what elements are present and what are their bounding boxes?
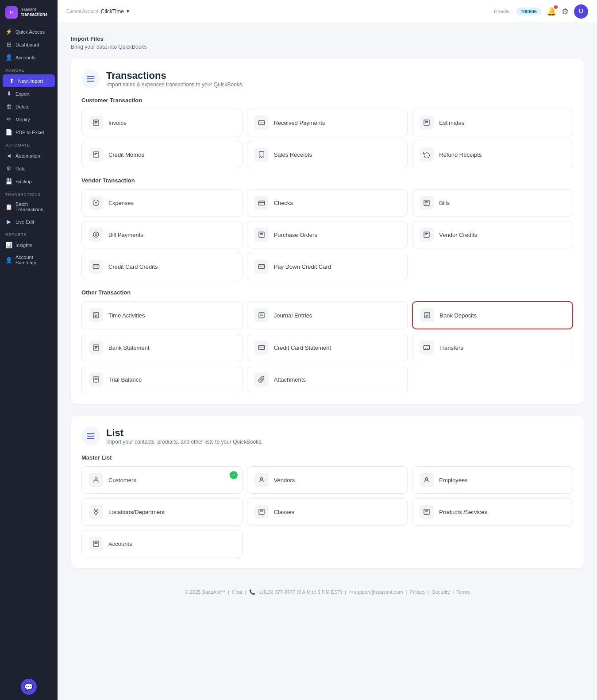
sidebar-item-account-summary[interactable]: 👤 Account Summary — [0, 251, 58, 268]
notification-dot — [554, 5, 558, 9]
products-services-icon — [420, 505, 434, 519]
chat-icon: 💬 — [24, 683, 33, 691]
account-name[interactable]: ClickTime ▼ — [101, 8, 130, 15]
card-invoice[interactable]: Invoice — [81, 109, 243, 136]
vendor-credits-icon — [420, 228, 434, 242]
trial-balance-icon — [89, 372, 103, 387]
backup-icon: 💾 — [5, 178, 12, 185]
card-credit-card-credits[interactable]: Credit Card Credits — [81, 253, 243, 280]
svg-rect-53 — [424, 345, 430, 349]
svg-rect-7 — [258, 120, 264, 124]
sidebar-item-quick-access[interactable]: ⚡ Quick Access — [0, 25, 58, 38]
notification-bell[interactable]: 🔔 — [547, 7, 556, 16]
card-customers[interactable]: Customers ✓ — [81, 466, 243, 494]
sidebar-item-rule[interactable]: ⚙ Rule — [0, 162, 58, 175]
invoice-icon — [89, 116, 103, 130]
customer-transaction-grid: Invoice Received Payments Estimates Cred… — [81, 109, 573, 168]
delete-icon: 🗑 — [5, 103, 12, 110]
card-pay-down-credit-card[interactable]: Pay Down Credit Card — [247, 253, 408, 280]
sidebar-item-batch-transactions[interactable]: 📋 Batch Transactions — [0, 198, 58, 215]
card-transfers[interactable]: Transfers — [412, 334, 573, 361]
card-vendor-credits[interactable]: Vendor Credits — [412, 221, 573, 248]
brand-product: transactions — [21, 12, 47, 17]
card-refund-receipts[interactable]: Refund Receipts — [412, 141, 573, 168]
footer-security-link[interactable]: Security — [432, 589, 450, 595]
accounts-icon: 👤 — [5, 54, 12, 61]
credits-badge: 100606 — [516, 8, 541, 15]
accounts-list-icon — [89, 537, 103, 551]
sidebar-item-live-edit[interactable]: ▶ Live Edit — [0, 215, 58, 228]
card-bank-statement[interactable]: Bank Statement — [81, 334, 243, 361]
svg-point-25 — [95, 234, 97, 236]
footer-chat-link[interactable]: Chat — [232, 589, 242, 595]
chevron-down-icon: ▼ — [126, 9, 130, 14]
expenses-icon — [89, 196, 103, 210]
card-vendors[interactable]: Vendors — [247, 466, 408, 494]
estimates-icon — [420, 116, 434, 130]
card-time-activities[interactable]: Time Activities — [81, 301, 243, 329]
card-expenses[interactable]: Expenses — [81, 189, 243, 217]
other-transaction-grid: Time Activities Journal Entries Bank Dep… — [81, 301, 573, 393]
footer-phone: 📞 +1(619) 377-0977 (9 A.M to 5 P.M EST) — [249, 589, 342, 595]
app-header: Current Account ClickTime ▼ Credits: 100… — [58, 0, 597, 23]
card-received-payments[interactable]: Received Payments — [247, 109, 408, 136]
user-avatar[interactable]: U — [574, 4, 588, 19]
automation-icon: ◄ — [5, 152, 12, 159]
sidebar-item-export[interactable]: ⬇ Export — [0, 87, 58, 100]
sales-receipts-icon — [254, 147, 269, 162]
employees-icon — [420, 473, 434, 487]
dashboard-icon: ⊞ — [5, 41, 12, 48]
svg-point-61 — [260, 478, 262, 480]
credits-label: Credits: — [494, 9, 511, 14]
sidebar-item-accounts[interactable]: 👤 Accounts — [0, 51, 58, 64]
card-products-services[interactable]: Products /Services — [412, 498, 573, 526]
rule-icon: ⚙ — [5, 165, 12, 172]
footer-terms-link[interactable]: Terms — [456, 589, 470, 595]
card-credit-card-statement[interactable]: Credit Card Statement — [247, 334, 408, 361]
card-bills[interactable]: Bills — [412, 189, 573, 217]
svg-point-60 — [95, 478, 97, 480]
sidebar-item-automation[interactable]: ◄ Automation — [0, 149, 58, 162]
card-trial-balance[interactable]: Trial Balance — [81, 366, 243, 393]
sidebar-item-insights[interactable]: 📊 Insights — [0, 239, 58, 251]
list-section: List Import your contacts, products, and… — [71, 416, 584, 568]
customers-icon — [89, 473, 103, 487]
card-locations-department[interactable]: Locations/Department — [81, 498, 243, 526]
bank-deposits-icon — [420, 308, 434, 322]
new-import-icon: ⬆ — [8, 77, 15, 84]
card-credit-memos[interactable]: Credit Memos — [81, 141, 243, 168]
sidebar-item-modify[interactable]: ✏ Modify — [0, 113, 58, 126]
export-icon: ⬇ — [5, 90, 12, 97]
transactions-icon — [81, 70, 100, 88]
brand-name: saasant — [21, 8, 47, 12]
batch-icon: 📋 — [5, 204, 12, 210]
svg-point-24 — [93, 232, 99, 237]
card-attachments[interactable]: Attachments — [247, 366, 408, 393]
header-right: Credits: 100606 🔔 ⚙ U — [494, 4, 588, 19]
customer-transaction-label: Customer Transaction — [81, 97, 573, 104]
sidebar-item-pdf-to-excel[interactable]: 📄 PDF to Excel — [0, 126, 58, 139]
sidebar-item-dashboard[interactable]: ⊞ Dashboard — [0, 38, 58, 51]
card-classes[interactable]: Classes — [247, 498, 408, 526]
card-estimates[interactable]: Estimates — [412, 109, 573, 136]
card-purchase-orders[interactable]: Purchase Orders — [247, 221, 408, 248]
sidebar-item-backup[interactable]: 💾 Backup — [0, 175, 58, 188]
logo-icon: tr — [5, 6, 18, 19]
time-activities-icon — [89, 308, 103, 322]
card-bank-deposits[interactable]: Bank Deposits — [412, 301, 573, 329]
card-employees[interactable]: Employees — [412, 466, 573, 494]
attachments-icon — [254, 372, 269, 387]
card-checks[interactable]: Checks — [247, 189, 408, 217]
card-journal-entries[interactable]: Journal Entries — [247, 301, 408, 329]
card-sales-receipts[interactable]: Sales Receipts — [247, 141, 408, 168]
chat-button[interactable]: 💬 — [21, 679, 37, 695]
card-accounts[interactable]: Accounts — [81, 530, 243, 557]
svg-point-62 — [426, 478, 428, 480]
footer-privacy-link[interactable]: Privacy — [409, 589, 425, 595]
bank-statement-icon — [89, 340, 103, 355]
settings-icon[interactable]: ⚙ — [562, 7, 569, 16]
sidebar-item-new-import[interactable]: ⬆ New Import — [3, 74, 55, 87]
card-bill-payments[interactable]: Bill Payments — [81, 221, 243, 248]
sidebar-item-delete[interactable]: 🗑 Delete — [0, 100, 58, 113]
classes-icon — [254, 505, 269, 519]
